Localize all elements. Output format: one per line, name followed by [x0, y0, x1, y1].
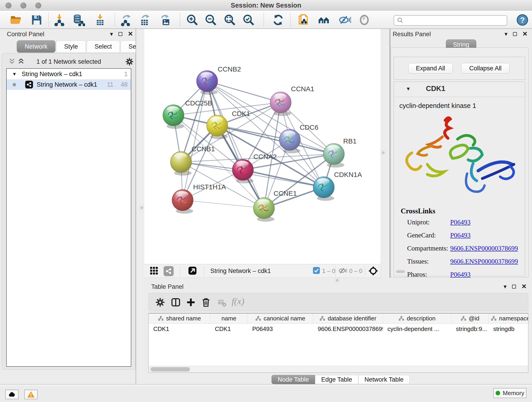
glass-effect-toggle-button[interactable]: [337, 13, 352, 27]
import-network-from-database-button[interactable]: [71, 13, 86, 27]
open-session-button[interactable]: [9, 13, 23, 27]
network-edge-CCNB2-RB1[interactable]: [207, 81, 334, 154]
table-cell[interactable]: cyclin-dependent ...: [383, 324, 451, 334]
network-node-RB1[interactable]: [323, 143, 344, 167]
table-options-button[interactable]: [155, 297, 165, 307]
show-eye-button[interactable]: [357, 13, 372, 27]
tab-node-table[interactable]: Node Table: [272, 375, 315, 384]
column-header-@id[interactable]: @id: [451, 313, 489, 323]
network-node-CDKN1A[interactable]: [313, 177, 334, 201]
clone-network-button[interactable]: [296, 13, 311, 27]
import-network-from-file-button[interactable]: [52, 13, 67, 27]
function-builder-button[interactable]: f(x): [232, 296, 244, 307]
cdk1-card-header[interactable]: ▼ CDK1: [394, 82, 525, 97]
apply-layout-button[interactable]: [271, 13, 285, 27]
network-row-selected[interactable]: String Network – cdk1 11 48: [7, 79, 131, 90]
column-header-namespace[interactable]: namespace: [489, 313, 528, 323]
network-node-CCNA1[interactable]: [270, 92, 291, 116]
panel-float-icon[interactable]: [513, 32, 517, 36]
tab-style[interactable]: Style: [56, 40, 86, 53]
crosslink-value-link[interactable]: P06493: [450, 271, 471, 278]
birdseye-view-button[interactable]: [149, 266, 159, 276]
panel-dropdown-icon[interactable]: ▾: [110, 31, 113, 38]
delete-table-button[interactable]: [217, 298, 227, 307]
table-cell[interactable]: CDK1: [149, 324, 210, 334]
zoom-fit-button[interactable]: [222, 13, 237, 27]
fit-selected-button[interactable]: [368, 266, 379, 276]
network-type-button[interactable]: [164, 266, 174, 276]
help-button[interactable]: ?: [515, 13, 530, 27]
zoom-out-button[interactable]: [203, 13, 218, 27]
detach-view-button[interactable]: [188, 266, 198, 276]
table-cell[interactable]: 9606.ENSP00000378699: [313, 324, 383, 334]
column-header-name[interactable]: name: [210, 313, 248, 323]
network-node-CCNA2[interactable]: [232, 159, 253, 183]
network-node-CCNB1[interactable]: [171, 152, 191, 176]
left-splitter-handle[interactable]: [139, 205, 144, 210]
save-session-button[interactable]: [29, 13, 44, 27]
collapse-all-button[interactable]: Collapse All: [461, 63, 510, 74]
zoom-selected-button[interactable]: [241, 13, 256, 27]
table-row[interactable]: CDK1CDK1P064939606.ENSP00000378699cyclin…: [149, 324, 528, 334]
search-input[interactable]: [404, 17, 500, 24]
table-cell[interactable]: P06493: [248, 324, 313, 334]
right-splitter-handle[interactable]: [381, 150, 385, 155]
export-network-button[interactable]: [119, 13, 134, 27]
panel-close-icon[interactable]: ✕: [521, 283, 527, 290]
warnings-button[interactable]: [24, 390, 38, 399]
tab-network[interactable]: Network: [17, 40, 56, 53]
column-header-database-identifier[interactable]: database identifier: [313, 313, 383, 323]
mini-scrollbar[interactable]: [396, 270, 405, 273]
network-collection-row[interactable]: ▼ String Network – cdk1 1: [7, 69, 131, 79]
table-hscrollbar[interactable]: [149, 366, 528, 372]
crosslink-value-link[interactable]: P06493: [450, 218, 471, 226]
horizontal-splitter-handle[interactable]: [335, 278, 339, 282]
selected-checkbox[interactable]: [313, 267, 320, 274]
network-node-CDK1[interactable]: [207, 115, 228, 139]
panel-close-icon[interactable]: ✕: [128, 30, 133, 38]
crosslink-value-link[interactable]: 9606.ENSP00000378699: [450, 258, 518, 265]
export-table-button[interactable]: [138, 13, 152, 27]
column-header-shared-name[interactable]: shared name: [149, 313, 210, 323]
hidden-toggle-button[interactable]: [339, 267, 347, 275]
network-node-HIST1H1A[interactable]: [172, 190, 193, 214]
network-edge-CCNB2-CCNA1[interactable]: [207, 81, 281, 102]
panel-dropdown-icon[interactable]: ▾: [504, 283, 507, 290]
network-node-CDC25B[interactable]: [163, 105, 184, 129]
table-cell[interactable]: stringdb: [489, 324, 528, 334]
tab-network-table[interactable]: Network Table: [358, 375, 410, 384]
string-home-button[interactable]: [317, 13, 331, 27]
section-collapse-icon[interactable]: ▼: [406, 86, 411, 92]
panel-dropdown-icon[interactable]: ▾: [505, 31, 507, 38]
import-table-from-file-button[interactable]: [93, 13, 108, 27]
cloud-sync-button[interactable]: [5, 390, 19, 399]
zoom-in-button[interactable]: [185, 13, 200, 27]
network-options-button[interactable]: [125, 57, 134, 66]
crosslink-value-link[interactable]: P06493: [450, 231, 471, 239]
panel-float-icon[interactable]: [512, 285, 516, 288]
expand-all-networks-button[interactable]: [17, 58, 25, 65]
collapse-all-networks-button[interactable]: [8, 58, 16, 65]
tab-select[interactable]: Select: [87, 40, 120, 53]
tree-expand-icon[interactable]: ▼: [12, 71, 17, 77]
panel-close-icon[interactable]: ✕: [522, 30, 528, 38]
column-header-canonical-name[interactable]: canonical name: [248, 313, 313, 323]
table-cell[interactable]: CDK1: [210, 324, 248, 334]
network-node-CCNE1[interactable]: [253, 198, 274, 222]
network-edge-CCNB2-HIST1H1A[interactable]: [183, 81, 207, 200]
table-hscrollbar-thumb[interactable]: [151, 367, 190, 371]
memory-button[interactable]: Memory: [493, 388, 526, 398]
delete-column-button[interactable]: [201, 297, 211, 307]
panel-float-icon[interactable]: [119, 32, 122, 36]
table-cell[interactable]: stringdb:9...: [451, 324, 489, 334]
network-edge-CCNA2-CDKN1A[interactable]: [243, 170, 324, 187]
export-image-button[interactable]: [158, 13, 173, 27]
tab-edge-table[interactable]: Edge Table: [315, 375, 358, 384]
show-columns-button[interactable]: [171, 297, 181, 307]
network-edge-CCNB2-CDKN1A[interactable]: [207, 81, 324, 187]
expand-all-button[interactable]: Expand All: [408, 63, 453, 74]
network-node-CCNB2[interactable]: [196, 70, 218, 95]
crosslink-value-link[interactable]: 9606.ENSP00000378699: [450, 245, 518, 252]
add-column-button[interactable]: [186, 297, 196, 307]
network-canvas[interactable]: CCNB2CCNA1CDC25BCDK1CDC6RB1CCNB1CCNA2CDK…: [144, 29, 381, 264]
